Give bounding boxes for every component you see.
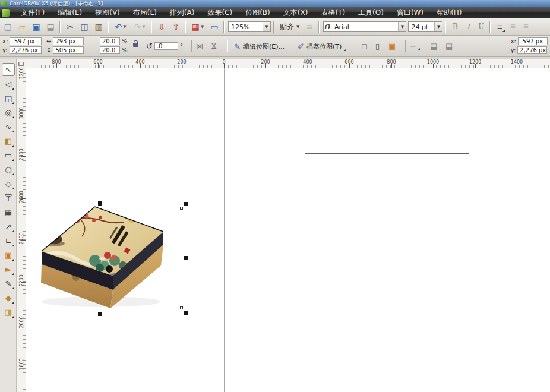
menu-item-9[interactable]: 表格(T) [314,7,352,18]
redo-button[interactable]: ↷▼ [131,20,148,33]
pick-arrow-icon: ↖ [5,65,12,74]
scale-y-field[interactable]: 20.0 [100,46,120,54]
rectangle-object[interactable] [305,153,469,318]
menu-item-3[interactable]: 视图(V) [88,7,127,18]
copy-button[interactable]: ◫ [78,20,91,33]
flyout-corner-icon [12,173,14,175]
chevron-down-icon[interactable]: ▼ [398,22,406,31]
selection-handle[interactable] [184,202,188,206]
blend-tool[interactable]: ▣ [2,248,15,261]
paste-button[interactable]: ▥ [92,20,105,33]
font-list-combo[interactable]: O Arial ▼ [323,21,406,32]
selection-handle-secondary[interactable] [180,306,183,309]
table-tool[interactable]: ▦ [2,206,15,219]
menu-item-5[interactable]: 排列(A) [163,7,201,18]
object-width-field[interactable]: 793 px [53,37,84,45]
save-button[interactable]: ▣ [30,20,43,33]
eyedropper-tool[interactable]: ✎ [2,277,15,290]
cursor-x-field[interactable]: -597 px [518,37,548,45]
drawing-canvas[interactable] [26,68,550,392]
polygon-icon: ◇ [5,179,11,188]
bullet-list-button[interactable]: ≣ [507,21,519,33]
interactive-fill-tool[interactable]: ◨ [2,305,15,318]
new-button[interactable]: ▢ [1,20,14,33]
underline-button[interactable]: U [475,21,487,33]
bold-button[interactable]: B [449,21,461,33]
crop-tool[interactable]: ◱ [2,91,15,105]
zoom-level-combo[interactable]: 125% ▼ [228,21,271,32]
fill-tool[interactable]: ◆ [2,291,15,304]
bitmap-frame-button[interactable]: ◻ [361,42,368,50]
menu-item-4[interactable]: 布局(L) [127,7,163,18]
disabled-effect2-button[interactable]: ▤ [445,42,453,50]
smart-fill-tool[interactable]: ◧ [2,134,15,147]
menu-item-10[interactable]: 工具(O) [352,7,390,18]
application-launcher-button[interactable]: ▦▼ [189,20,207,33]
wrap-text-button[interactable]: ≡ [410,42,416,50]
mirror-vertical-button[interactable]: ⋈ [210,42,219,50]
welcome-screen-button[interactable]: ▭ [208,20,221,33]
menu-item-8[interactable]: 文本(X) [277,7,315,18]
contour-tool[interactable]: ► [2,263,15,276]
chevron-down-icon[interactable]: ▼ [263,22,270,31]
font-size-combo[interactable]: 24 pt ▼ [408,21,442,32]
open-button[interactable]: ▱ [15,20,29,33]
rotation-icon: ↺ [146,42,153,50]
dimension-tool[interactable]: ↗ [2,220,15,233]
chevron-down-icon[interactable]: ▼ [201,24,204,29]
mirror-horizontal-button[interactable]: ⋈ [196,42,204,50]
text-tool[interactable]: 字 [2,191,15,204]
chevron-down-icon[interactable]: ▼ [123,24,126,29]
rotation-angle-field[interactable]: .0 [154,42,178,50]
selection-handle[interactable] [184,256,188,260]
pick-tool[interactable]: ↖ [2,63,15,76]
chevron-down-icon[interactable]: ▼ [434,22,442,31]
drop-cap-button[interactable]: ≣ [520,21,532,33]
zoom-tool[interactable]: ◎ [2,106,15,119]
rectangle-tool[interactable]: ▭ [2,148,15,162]
ellipse-tool[interactable]: ○ [2,163,15,176]
bitmap-boundary-button[interactable]: ▯ [375,42,380,50]
polygon-tool[interactable]: ◇ [2,177,15,190]
selection-handle-secondary[interactable] [180,207,183,210]
edit-bitmap-button[interactable]: ✎ 编辑位图(E)... [230,40,288,53]
snap-to-button[interactable]: 贴齐 ▼ [280,22,302,32]
options-icon[interactable]: ≡ [303,20,316,33]
chevron-down-icon[interactable]: ▼ [296,24,299,29]
cut-button[interactable]: ✂ [64,20,77,33]
scale-x-field[interactable]: 20.0 [100,37,120,45]
chevron-down-icon[interactable]: ▼ [142,24,145,29]
trace-bitmap-button[interactable]: ✐ 描摹位图(T) [294,40,350,53]
tea-box-image[interactable] [36,201,166,309]
title-bar: CorelDRAW X5 (评估版) - [未命名 -1] [0,0,550,7]
object-height-field[interactable]: 505 px [53,46,84,54]
selection-handle[interactable] [184,311,188,315]
resample-bitmap-button[interactable]: ▣ [388,42,396,50]
object-y-field[interactable]: 2,276 px [10,46,42,54]
disabled-effect-button[interactable]: ▤ [430,42,437,50]
cursor-y-field[interactable]: 2,276 px [517,46,547,54]
app-menu-icon[interactable] [2,9,10,17]
menu-item-11[interactable]: 窗口(W) [390,7,430,18]
copy-icon: ◫ [80,22,88,31]
horizontal-ruler[interactable]: 8006004002000200400600800100012001400 [26,59,550,68]
italic-button[interactable]: I [462,21,474,33]
menu-item-6[interactable]: 效果(C) [201,7,239,18]
import-button[interactable]: ⇩ [155,20,168,33]
menu-item-12[interactable]: 帮助(H) [430,7,468,18]
freehand-tool[interactable]: ∿ [2,120,15,133]
lock-ratio-button[interactable] [133,40,138,47]
object-x-field[interactable]: -597 px [10,37,42,45]
menu-item-2[interactable]: 编辑(E) [51,7,88,18]
text-alignment-button[interactable]: ≡ [494,21,505,33]
print-button[interactable]: ▤ [44,20,57,33]
menu-item-7[interactable]: 位图(B) [239,7,277,18]
menu-item-1[interactable]: 文件(F) [14,7,51,18]
undo-button[interactable]: ↶▼ [112,20,129,33]
connector-tool[interactable]: ∟ [2,234,15,247]
selection-handle[interactable] [98,312,102,316]
export-button[interactable]: ⇧ [169,20,182,33]
selection-handle[interactable] [98,201,102,206]
vertical-ruler[interactable]: 32003000280026002400220020001800 [17,68,26,392]
shape-tool[interactable]: ◁ [2,77,15,90]
